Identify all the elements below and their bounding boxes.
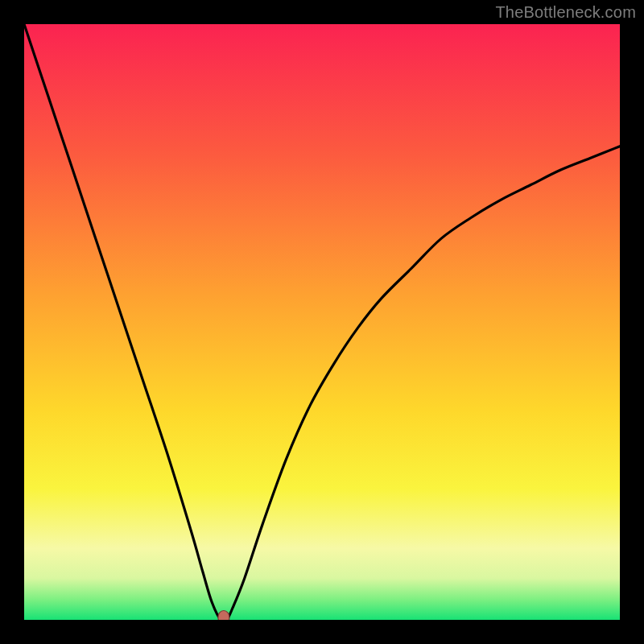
watermark-text: TheBottleneck.com	[495, 3, 636, 22]
line-chart	[24, 24, 620, 620]
minimum-marker	[218, 611, 229, 621]
chart-frame: TheBottleneck.com	[0, 0, 644, 644]
plot-area	[24, 24, 620, 620]
bottleneck-curve	[24, 24, 620, 620]
